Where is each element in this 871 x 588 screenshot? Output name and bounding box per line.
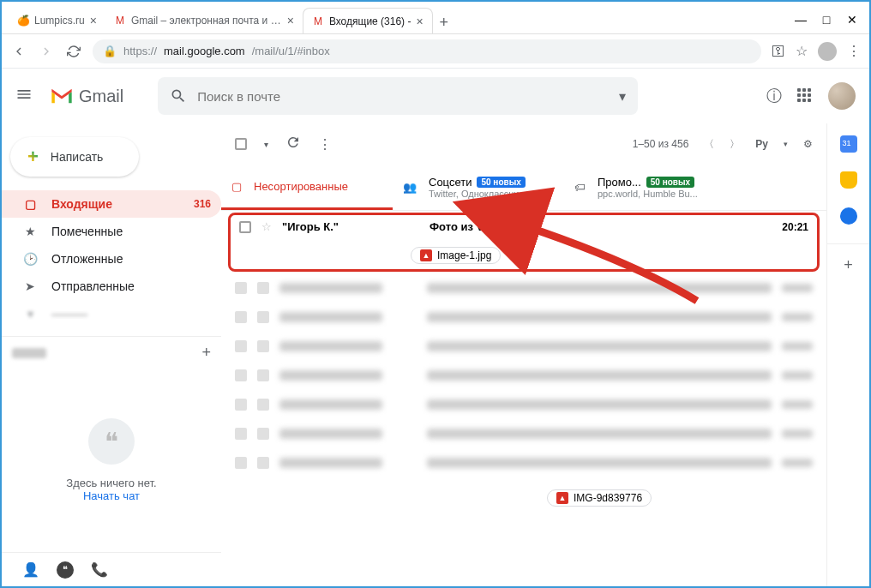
clock-icon: 🕑 — [22, 252, 38, 266]
prev-page-button[interactable]: 〈 — [704, 137, 714, 152]
nav-label: ——— — [51, 307, 87, 321]
refresh-icon[interactable] — [285, 135, 301, 153]
chevron-down-icon[interactable]: ▾ — [784, 140, 788, 148]
mail-row[interactable] — [221, 419, 826, 448]
tasks-icon[interactable] — [840, 207, 857, 225]
mail-row[interactable] — [221, 303, 826, 332]
nav-inbox[interactable]: ▢ Входящие 316 — [2, 190, 221, 218]
cat-promotions[interactable]: 🏷 Промо... 50 новых ppc.world, Humble Bu… — [564, 165, 736, 210]
cat-label: Несортированные — [254, 180, 348, 193]
search-input[interactable] — [197, 89, 609, 104]
addons-button[interactable]: + — [827, 243, 869, 274]
nav-snoozed[interactable]: 🕑 Отложенные — [2, 245, 221, 273]
mail-sender: "Игорь К." — [282, 220, 419, 233]
nav-label: Отложенные — [51, 252, 123, 266]
key-icon[interactable]: ⚿ — [772, 44, 785, 59]
mail-row[interactable] — [221, 448, 826, 477]
favicon-icon: 🍊 — [17, 15, 29, 27]
nav-more[interactable]: ▾ ——— — [2, 300, 221, 327]
account-avatar[interactable] — [828, 82, 856, 110]
category-tabs: ▢ Несортированные 👥 Соцсети 50 новых Twi… — [221, 165, 826, 211]
add-contact-button[interactable]: + — [201, 344, 211, 362]
browser-tab[interactable]: 🍊 Lumpics.ru × — [9, 8, 105, 33]
settings-icon[interactable]: ⚙ — [803, 138, 813, 150]
cat-badge: 50 новых — [646, 177, 694, 188]
chevron-down-icon[interactable]: ▾ — [619, 88, 626, 105]
attachment-chip[interactable]: ▲ Image-1.jpg — [411, 247, 501, 264]
close-icon[interactable]: × — [90, 14, 97, 27]
image-icon: ▲ — [420, 249, 432, 261]
browser-tab[interactable]: M Gmail – электронная почта и бе × — [105, 8, 303, 33]
gmail-logo[interactable]: Gmail — [50, 87, 123, 106]
inbox-icon: ▢ — [22, 197, 38, 211]
star-icon[interactable]: ☆ — [261, 220, 272, 233]
url-path: /mail/u/1/#inbox — [252, 45, 330, 57]
minimize-button[interactable]: — — [796, 15, 806, 25]
star-icon: ★ — [22, 225, 38, 238]
hangouts-start-chat[interactable]: Начать чат — [83, 489, 140, 502]
search-box[interactable]: ▾ — [158, 77, 638, 115]
gmail-icon: M — [312, 15, 324, 27]
mail-row[interactable] — [221, 332, 826, 361]
cat-badge: 50 новых — [477, 177, 525, 188]
mail-row[interactable] — [221, 361, 826, 390]
gmail-body: + Написать ▢ Входящие 316 ★ Помеченные 🕑… — [2, 123, 869, 586]
menu-icon[interactable]: ⋮ — [847, 43, 861, 59]
chevron-down-icon[interactable]: ▾ — [264, 140, 268, 149]
hangouts-empty-text: Здесь ничего нет. — [66, 477, 156, 489]
nav-starred[interactable]: ★ Помеченные — [2, 218, 221, 245]
tab-title: Входящие (316) - — [329, 15, 411, 27]
attachment-name: IMG-9d839776 — [574, 492, 642, 504]
nav-label: Отправленные — [51, 279, 135, 293]
next-page-button[interactable]: 〉 — [730, 137, 740, 152]
mail-subject: Фото из Viber — [429, 220, 772, 233]
close-icon[interactable]: × — [416, 15, 423, 28]
keep-icon[interactable] — [840, 171, 857, 189]
hamburger-icon[interactable] — [15, 86, 33, 106]
cat-social[interactable]: 👥 Соцсети 50 новых Twitter, Однокласcни.… — [393, 165, 564, 210]
nav-sent[interactable]: ➤ Отправленные — [2, 273, 221, 300]
reload-button[interactable] — [65, 43, 82, 60]
mail-row[interactable] — [221, 273, 826, 303]
mail-time: 20:21 — [782, 221, 808, 233]
hangouts-panel: ❝ Здесь ничего нет. Начать чат — [2, 369, 221, 552]
hangouts-tab-icon[interactable]: ❝ — [57, 561, 74, 579]
url-scheme: https:// — [123, 45, 157, 57]
more-icon[interactable]: ⋮ — [318, 136, 332, 153]
sidebar: + Написать ▢ Входящие 316 ★ Помеченные 🕑… — [2, 123, 221, 586]
titlebar: 🍊 Lumpics.ru × M Gmail – электронная поч… — [2, 2, 869, 34]
input-tools-button[interactable]: Ру — [755, 138, 768, 150]
gmail-header: Gmail ▾ ⓘ — [2, 69, 869, 123]
help-icon[interactable]: ⓘ — [766, 86, 782, 106]
hangouts-name — [12, 348, 46, 358]
address-bar[interactable]: 🔒 https:// mail.google.com /mail/u/1/#in… — [93, 39, 761, 63]
url-host: mail.google.com — [164, 45, 245, 57]
cat-primary[interactable]: ▢ Несортированные — [221, 165, 393, 210]
apps-icon[interactable] — [797, 88, 813, 104]
omnibar: 🔒 https:// mail.google.com /mail/u/1/#in… — [2, 34, 869, 69]
close-icon[interactable]: × — [287, 14, 294, 27]
profile-icon[interactable] — [818, 42, 837, 61]
mail-row-highlighted[interactable]: ☆ "Игорь К." Фото из Viber 20:21 ▲ Image… — [228, 213, 820, 272]
cat-label: Промо... — [598, 176, 641, 189]
mail-row[interactable] — [221, 390, 826, 419]
compose-label: Написать — [51, 150, 103, 164]
contacts-icon[interactable]: 👤 — [22, 561, 39, 578]
select-all-checkbox[interactable] — [235, 138, 247, 150]
calendar-icon[interactable] — [840, 135, 857, 153]
nav-label: Входящие — [51, 197, 112, 211]
forward-button[interactable] — [38, 43, 55, 60]
gmail-icon: M — [114, 15, 126, 27]
row-checkbox[interactable] — [239, 221, 251, 233]
mail-row[interactable]: ▲IMG-9d839776 — [221, 477, 826, 515]
new-tab-button[interactable]: + — [433, 11, 455, 33]
compose-button[interactable]: + Написать — [10, 137, 139, 177]
phone-icon[interactable]: 📞 — [91, 561, 108, 578]
bookmark-icon[interactable]: ☆ — [796, 43, 808, 59]
close-button[interactable]: ✕ — [847, 15, 857, 25]
maximize-button[interactable]: □ — [821, 15, 832, 25]
back-button[interactable] — [10, 43, 27, 60]
browser-tab-active[interactable]: M Входящие (316) - × — [303, 8, 433, 33]
tab-strip: 🍊 Lumpics.ru × M Gmail – электронная поч… — [2, 8, 784, 33]
search-icon — [170, 87, 187, 105]
